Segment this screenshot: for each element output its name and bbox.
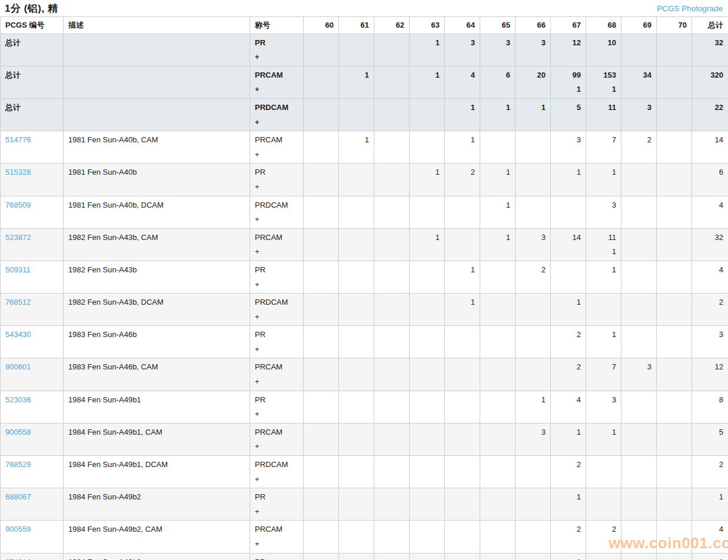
designation-cell: PRCAM+	[250, 521, 304, 553]
description-text: 1984 Fen Sun-A49b1	[68, 395, 141, 404]
grade-cell-69	[621, 423, 657, 455]
grade-count: 2	[591, 525, 616, 534]
total-count: 5	[697, 428, 723, 437]
description-cell: 1982 Fen Sun-A43b, DCAM	[64, 294, 250, 326]
grade-cell-69	[621, 553, 657, 560]
grade-cell-68: 1	[586, 261, 621, 293]
grade-count: 2	[626, 135, 651, 145]
grade-count: 1	[556, 168, 581, 177]
grade-cell-66	[516, 326, 551, 358]
grade-count: 1	[344, 135, 369, 145]
grade-cell-64	[445, 456, 480, 488]
grade-count: 1	[520, 103, 546, 112]
description-cell: 1982 Fen Sun-A43b	[64, 261, 250, 293]
total-count: 32	[697, 38, 723, 48]
grade-cell-70	[657, 34, 692, 66]
pcgs-number-link[interactable]: 900601	[5, 362, 31, 371]
grade-cell-60	[304, 66, 339, 98]
plus-grade-count: 1	[591, 247, 616, 256]
grade-cell-66	[516, 553, 551, 560]
grade-cell-60	[304, 423, 339, 455]
grade-cell-62	[374, 66, 410, 98]
pcgs-number-cell: 515328	[1, 164, 64, 196]
grade-cell-61	[339, 488, 374, 521]
grade-cell-61	[339, 326, 374, 358]
pcgs-number-link[interactable]: 523872	[5, 233, 31, 242]
grade-count: 3	[591, 201, 616, 210]
grade-cell-70	[657, 391, 692, 423]
grade-cell-66: 3	[516, 34, 551, 66]
grade-cell-65: 6	[480, 66, 516, 98]
pcgs-number-cell: 514776	[1, 131, 64, 164]
pcgs-number-link[interactable]: 768509	[5, 201, 31, 209]
designation-text: PRDCAM	[255, 460, 298, 469]
grade-cell-65: 1	[480, 228, 516, 261]
designation-text: PR	[255, 168, 298, 177]
grade-count: 1	[414, 233, 440, 242]
grade-cell-68: 1	[586, 423, 621, 455]
grade-cell-61	[339, 456, 374, 488]
total-cell: 32	[692, 34, 728, 66]
grade-cell-68	[586, 488, 621, 521]
table-row: 7685121982 Fen Sun-A43b, DCAMPRDCAM+112	[1, 294, 728, 326]
pcgs-number-link[interactable]: 900559	[5, 525, 31, 534]
grade-cell-65	[480, 358, 516, 391]
pcgs-number-link[interactable]: 509311	[5, 265, 30, 274]
grade-cell-66: 1	[516, 98, 551, 131]
grade-cell-63	[410, 423, 445, 455]
pcgs-number-link[interactable]: 543430	[5, 330, 31, 339]
grade-count: 3	[591, 395, 616, 405]
grade-cell-62	[374, 34, 410, 66]
grade-cell-68: 3	[586, 196, 621, 228]
pcgs-number-cell: 768512	[1, 294, 64, 326]
pcgs-number-link[interactable]: 768512	[5, 298, 31, 306]
pcgs-number-link[interactable]: 768529	[5, 460, 31, 469]
grade-count: 4	[556, 395, 581, 405]
grade-cell-67: 1	[551, 553, 586, 560]
grade-cell-64: 1	[445, 294, 480, 326]
grade-cell-61	[339, 196, 374, 228]
pcgs-number-link[interactable]: 900558	[5, 428, 31, 436]
grade-cell-66	[516, 164, 551, 196]
photograde-link[interactable]: PCGS Photograde	[657, 4, 723, 13]
grade-count: 1	[344, 71, 369, 80]
grade-cell-69: 34	[621, 66, 657, 98]
designation-text: PRDCAM	[255, 298, 298, 307]
grade-cell-67: 2	[551, 326, 586, 358]
designation-text: PRDCAM	[255, 201, 298, 210]
grade-count: 2	[450, 168, 475, 177]
grade-cell-68	[586, 553, 621, 560]
grade-cell-60	[304, 34, 339, 66]
grade-cell-63	[410, 98, 445, 131]
grade-cell-67: 3	[551, 131, 586, 164]
pcgs-number-link[interactable]: 514776	[5, 135, 31, 144]
description-cell: 1983 Fen Sun-A46b	[64, 326, 250, 358]
grade-cell-64: 1	[445, 131, 480, 164]
grade-cell-61	[339, 34, 374, 66]
designation-text: PR	[255, 38, 298, 48]
total-count: 32	[697, 233, 723, 242]
grade-count: 3	[520, 428, 546, 437]
grade-cell-61	[339, 261, 374, 293]
table-header-row: PCGS 编号描述称号6061626364656667686970总计	[1, 17, 728, 34]
totals-label-cell: 总计	[1, 66, 64, 98]
grade-cell-64	[445, 553, 480, 560]
pcgs-number-link[interactable]: 674914	[5, 558, 31, 560]
pcgs-number-link[interactable]: 515328	[5, 168, 31, 176]
designation-text: PR	[255, 558, 298, 560]
column-header-65: 65	[480, 17, 516, 34]
description-cell	[64, 34, 250, 66]
designation-cell: PR+	[250, 34, 304, 66]
grade-cell-62	[374, 521, 410, 553]
grade-cell-62	[374, 196, 410, 228]
grade-cell-69	[621, 326, 657, 358]
total-count: 2	[697, 460, 723, 469]
grade-count: 5	[556, 103, 581, 112]
grade-cell-61	[339, 358, 374, 391]
designation-text: PR	[255, 330, 298, 339]
designation-text: PR	[255, 492, 298, 502]
grade-cell-69	[621, 456, 657, 488]
pcgs-number-link[interactable]: 688067	[5, 492, 31, 501]
grade-count: 7	[591, 362, 616, 372]
pcgs-number-link[interactable]: 523036	[5, 395, 31, 404]
